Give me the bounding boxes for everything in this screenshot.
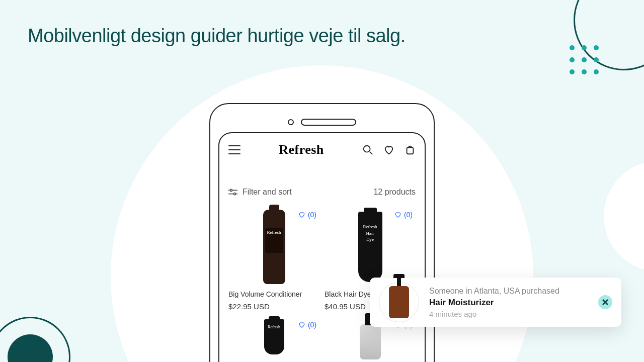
close-icon (602, 299, 608, 305)
bag-icon[interactable] (405, 144, 416, 155)
notification-text: Someone in Atlanta, USA purchased Hair M… (429, 287, 588, 318)
filter-sort-button[interactable]: Filter and sort (228, 188, 292, 197)
filter-sort-row: Filter and sort 12 products (228, 188, 416, 197)
purchase-notification: Someone in Atlanta, USA purchased Hair M… (370, 278, 621, 327)
wishlist-count: (0) (308, 321, 316, 329)
svg-point-4 (230, 189, 232, 191)
hamburger-menu-icon[interactable] (228, 145, 240, 154)
svg-point-6 (234, 193, 236, 195)
product-image: Refresh (228, 207, 319, 287)
page-headline: Mobilvenligt design guider hurtige veje … (28, 25, 406, 47)
decoration-circle-mid-right (604, 161, 644, 272)
wishlist-button[interactable]: (0) (298, 321, 316, 329)
filter-sort-label: Filter and sort (243, 188, 292, 197)
close-button[interactable] (598, 295, 612, 309)
product-title: Big Volume Conditioner (228, 290, 319, 298)
product-price: $22.95 USD (228, 302, 319, 311)
heart-icon (298, 211, 306, 218)
app-frame: Refresh Filter and sort 12 products (0) (218, 132, 426, 362)
brand-logo[interactable]: Refresh (279, 142, 324, 157)
heart-icon (298, 321, 306, 328)
sliders-icon (228, 189, 237, 196)
wishlist-count: (0) (308, 211, 316, 219)
search-icon[interactable] (362, 144, 373, 155)
heart-icon (394, 211, 402, 218)
product-card[interactable]: (0) Refresh (228, 317, 319, 357)
app-header: Refresh (228, 142, 416, 157)
wishlist-button[interactable]: (0) (394, 211, 413, 219)
notification-product[interactable]: Hair Moisturizer (429, 298, 588, 308)
svg-line-1 (370, 152, 373, 155)
svg-point-0 (364, 146, 370, 152)
wishlist-button[interactable]: (0) (298, 211, 316, 219)
phone-notch (218, 112, 426, 132)
product-count: 12 products (373, 188, 416, 197)
heart-icon[interactable] (383, 144, 394, 155)
svg-rect-2 (407, 147, 414, 154)
wishlist-count: (0) (404, 211, 413, 219)
decoration-dot-grid (570, 45, 599, 74)
phone-speaker (301, 119, 356, 126)
product-thumb-image (389, 286, 409, 318)
notification-thumb[interactable] (379, 282, 419, 322)
notification-time: 4 minutes ago (429, 310, 588, 318)
product-card[interactable]: (0) Refresh Big Volume Conditioner $22.9… (228, 207, 319, 311)
phone-camera-icon (288, 119, 294, 125)
notification-line1: Someone in Atlanta, USA purchased (429, 287, 588, 296)
